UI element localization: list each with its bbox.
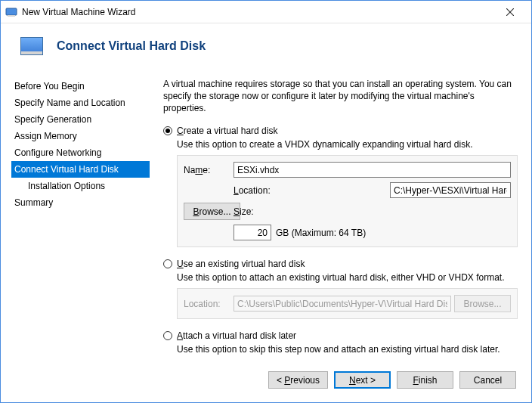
size-label: Size: [234, 206, 387, 218]
name-input[interactable] [234, 162, 511, 178]
location-input[interactable] [390, 182, 511, 198]
radio-create-label: Create a virtual hard disk [177, 125, 277, 137]
existing-location-label: Location: [184, 298, 230, 310]
existing-location-input [234, 296, 451, 312]
size-suffix: GB (Maximum: 64 TB) [276, 227, 366, 239]
option-create: Create a virtual hard disk Use this opti… [163, 125, 518, 247]
wizard-steps-sidebar: Before You Begin Specify Name and Locati… [11, 75, 150, 361]
finish-button[interactable]: Finish [397, 371, 453, 389]
option-create-desc: Use this option to create a VHDX dynamic… [177, 138, 518, 150]
location-label: Location: [234, 184, 387, 197]
radio-later-label: Attach a virtual hard disk later [177, 330, 296, 342]
option-existing: Use an existing virtual hard disk Use th… [163, 258, 518, 319]
cancel-button[interactable]: Cancel [459, 371, 516, 389]
close-button[interactable] [493, 2, 527, 23]
option-later-desc: Use this option to skip this step now an… [177, 343, 518, 355]
browse-button[interactable]: Browse... [184, 203, 240, 220]
step-specify-generation[interactable]: Specify Generation [11, 111, 150, 128]
create-form: Name: Location: Browse... Size: GB (Maxi… [177, 155, 518, 247]
svg-rect-0 [6, 8, 17, 15]
next-button[interactable]: Next > [334, 371, 391, 389]
step-configure-networking[interactable]: Configure Networking [11, 144, 150, 161]
size-input[interactable] [234, 225, 271, 240]
radio-create[interactable] [163, 126, 172, 135]
svg-rect-1 [8, 15, 15, 17]
radio-existing-label: Use an existing virtual hard disk [177, 258, 305, 270]
wizard-footer: < Previous Next > Finish Cancel [1, 361, 531, 402]
step-before-you-begin[interactable]: Before You Begin [11, 78, 150, 95]
wizard-content: A virtual machine requires storage so th… [150, 75, 518, 361]
app-icon [5, 6, 17, 18]
page-title: Connect Virtual Hard Disk [57, 39, 206, 53]
radio-later[interactable] [163, 331, 172, 340]
step-summary[interactable]: Summary [11, 194, 150, 211]
step-installation-options[interactable]: Installation Options [11, 178, 150, 194]
wizard-window: New Virtual Machine Wizard Connect Virtu… [0, 0, 532, 403]
step-connect-virtual-hard-disk[interactable]: Connect Virtual Hard Disk [11, 161, 150, 178]
wizard-header: Connect Virtual Hard Disk [1, 23, 531, 66]
titlebar: New Virtual Machine Wizard [1, 1, 531, 23]
step-assign-memory[interactable]: Assign Memory [11, 128, 150, 144]
option-existing-desc: Use this option to attach an existing vi… [177, 271, 518, 284]
step-specify-name-location[interactable]: Specify Name and Location [11, 95, 150, 111]
name-label: Name: [184, 164, 230, 176]
window-title: New Virtual Machine Wizard [22, 7, 136, 17]
option-later: Attach a virtual hard disk later Use thi… [163, 330, 518, 355]
previous-button[interactable]: < Previous [268, 371, 328, 389]
existing-browse-button: Browse... [454, 295, 511, 312]
intro-text: A virtual machine requires storage so th… [163, 78, 518, 114]
existing-form: Location: Browse... [177, 288, 518, 319]
radio-existing[interactable] [163, 259, 172, 268]
wizard-body: Before You Begin Specify Name and Locati… [1, 66, 531, 361]
monitor-icon [20, 37, 43, 55]
